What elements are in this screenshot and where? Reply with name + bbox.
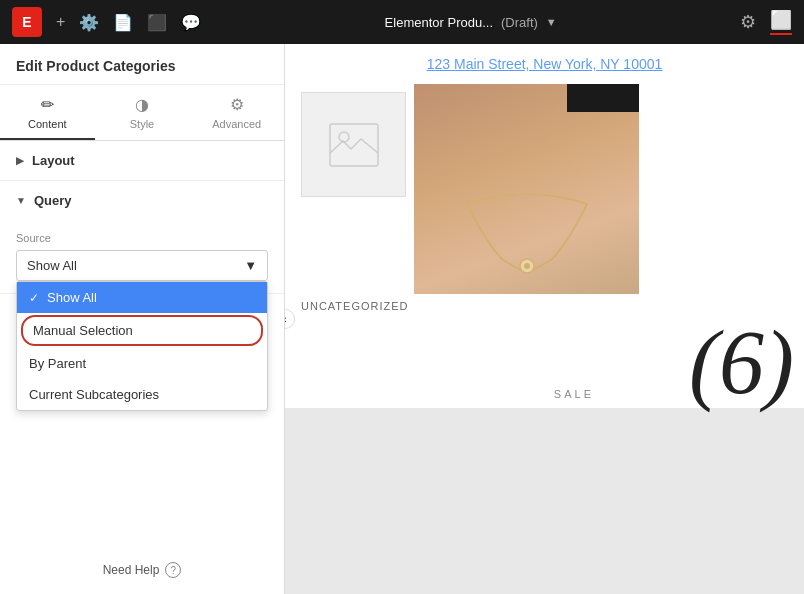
check-icon: ✓ <box>29 291 39 305</box>
current-sub-label: Current Subcategories <box>29 387 159 402</box>
page-address: 123 Main Street, New York, NY 10001 <box>285 44 804 84</box>
elementor-logo[interactable]: E <box>12 7 42 37</box>
gear-right-icon[interactable]: ⚙ <box>740 11 756 33</box>
content-tab-icon: ✏ <box>41 95 54 114</box>
topbar-title-area: Elementor Produ... (Draft) ▼ <box>215 15 726 30</box>
canvas-area: ‹ 123 Main Street, New York, NY 10001 <box>285 44 804 594</box>
dropdown-item-current-sub[interactable]: Current Subcategories <box>17 379 267 410</box>
dropdown-item-manual-selection[interactable]: Manual Selection <box>21 315 263 346</box>
layout-section-label: Layout <box>32 153 75 168</box>
query-section-header[interactable]: ▼ Query <box>0 181 284 220</box>
sidebar-panel: Edit Product Categories ✏ Content ◑ Styl… <box>0 44 285 594</box>
manual-selection-label: Manual Selection <box>33 323 133 338</box>
query-section: ▼ Query Source Show All ▼ ✓ Show Al <box>0 181 284 294</box>
query-content: Source Show All ▼ ✓ Show All <box>0 220 284 293</box>
content-tab-label: Content <box>28 118 67 130</box>
style-tab-label: Style <box>130 118 154 130</box>
sale-number: (6) <box>689 318 794 408</box>
tab-advanced[interactable]: ⚙ Advanced <box>189 85 284 140</box>
product-row <box>285 84 804 294</box>
document-icon[interactable]: 📄 <box>113 13 133 32</box>
source-dropdown-menu: ✓ Show All Manual Selection By Parent Cu… <box>16 281 268 411</box>
layers-icon[interactable]: ⬛ <box>147 13 167 32</box>
source-dropdown-trigger[interactable]: Show All ▼ <box>16 250 268 281</box>
placeholder-product <box>293 84 414 294</box>
tab-style[interactable]: ◑ Style <box>95 85 190 140</box>
layout-arrow-icon: ▶ <box>16 155 24 166</box>
dropdown-item-by-parent[interactable]: By Parent <box>17 348 267 379</box>
help-icon: ? <box>165 562 181 578</box>
advanced-tab-label: Advanced <box>212 118 261 130</box>
settings-icon[interactable]: ⚙️ <box>79 13 99 32</box>
dropdown-item-show-all[interactable]: ✓ Show All <box>17 282 267 313</box>
placeholder-image-icon <box>329 123 379 167</box>
sale-section: SALE (6) <box>285 318 804 408</box>
show-all-label: Show All <box>47 290 97 305</box>
panel-content: ▶ Layout ▼ Query Source Show All ▼ <box>0 141 284 546</box>
advanced-tab-icon: ⚙ <box>230 95 244 114</box>
sale-content: SALE (6) <box>689 318 794 408</box>
sale-text-label: SALE <box>554 388 594 400</box>
dropdown-chevron-icon: ▼ <box>244 258 257 273</box>
title-chevron-icon[interactable]: ▼ <box>546 16 557 28</box>
panel-tabs: ✏ Content ◑ Style ⚙ Advanced <box>0 85 284 141</box>
black-bar <box>567 84 639 112</box>
topbar: E + ⚙️ 📄 ⬛ 💬 Elementor Produ... (Draft) … <box>0 0 804 44</box>
source-label: Source <box>16 232 268 244</box>
query-arrow-icon: ▼ <box>16 195 26 206</box>
uncategorized-label: UNCATEGORIZED <box>301 300 409 312</box>
monitor-icon[interactable]: ⬜ <box>770 9 792 35</box>
canvas-content: 123 Main Street, New York, NY 10001 <box>285 44 804 408</box>
page-title: Elementor Produ... <box>385 15 493 30</box>
style-tab-icon: ◑ <box>135 95 149 114</box>
source-dropdown-wrapper: Show All ▼ ✓ Show All Manual Selection <box>16 250 268 281</box>
svg-point-3 <box>524 263 530 269</box>
necklace-svg <box>447 194 607 274</box>
layout-section-header[interactable]: ▶ Layout <box>0 141 284 180</box>
topbar-right-actions: ⚙ ⬜ <box>740 9 792 35</box>
tab-content[interactable]: ✏ Content <box>0 85 95 140</box>
add-icon[interactable]: + <box>56 13 65 31</box>
dropdown-selected-value: Show All <box>27 258 77 273</box>
layout-section: ▶ Layout <box>0 141 284 181</box>
product-placeholder-image <box>301 92 406 197</box>
main-layout: Edit Product Categories ✏ Content ◑ Styl… <box>0 44 804 594</box>
need-help-label: Need Help <box>103 563 160 577</box>
need-help-link[interactable]: Need Help ? <box>0 546 284 594</box>
panel-title: Edit Product Categories <box>0 44 284 85</box>
draft-badge: (Draft) <box>501 15 538 30</box>
chat-icon[interactable]: 💬 <box>181 13 201 32</box>
necklace-product <box>414 84 639 294</box>
by-parent-label: By Parent <box>29 356 86 371</box>
query-section-label: Query <box>34 193 72 208</box>
